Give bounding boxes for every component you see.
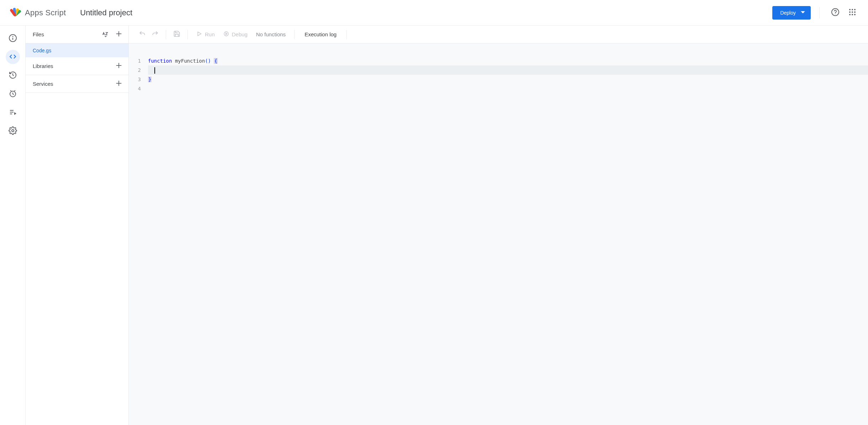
apps-menu-button[interactable] bbox=[845, 6, 859, 20]
deploy-button[interactable]: Deploy bbox=[772, 6, 811, 20]
rail-history[interactable] bbox=[6, 68, 20, 83]
redo-button[interactable] bbox=[149, 28, 162, 41]
run-button[interactable]: Run bbox=[192, 28, 219, 41]
run-button-label: Run bbox=[205, 31, 215, 37]
svg-point-14 bbox=[852, 14, 853, 15]
apps-grid-icon bbox=[848, 8, 857, 17]
undo-icon bbox=[139, 30, 146, 38]
svg-point-8 bbox=[852, 9, 853, 10]
redo-icon bbox=[152, 30, 159, 38]
files-section-header: Files bbox=[26, 26, 128, 43]
svg-point-10 bbox=[849, 11, 851, 13]
libraries-label: Libraries bbox=[33, 63, 112, 69]
product-name: Apps Script bbox=[25, 8, 66, 17]
history-icon bbox=[9, 71, 17, 80]
svg-point-18 bbox=[12, 36, 13, 37]
debug-button-label: Debug bbox=[232, 31, 248, 37]
sort-az-icon bbox=[101, 30, 109, 39]
product-logo-wrap[interactable]: Apps Script bbox=[9, 6, 66, 20]
files-label: Files bbox=[33, 31, 99, 37]
text-cursor bbox=[154, 67, 155, 74]
svg-point-13 bbox=[849, 14, 851, 15]
divider bbox=[294, 30, 295, 39]
svg-point-4 bbox=[14, 14, 16, 16]
svg-point-15 bbox=[854, 14, 856, 15]
services-label: Services bbox=[33, 81, 112, 87]
file-item-label: Code.gs bbox=[33, 48, 51, 53]
rail-triggers[interactable] bbox=[6, 87, 20, 101]
file-item-code-gs[interactable]: Code.gs bbox=[26, 43, 128, 57]
caret-down-icon bbox=[801, 10, 805, 16]
rail-overview[interactable] bbox=[6, 31, 20, 46]
help-icon bbox=[831, 8, 840, 17]
add-file-button[interactable] bbox=[112, 28, 126, 41]
deploy-button-label: Deploy bbox=[780, 10, 796, 16]
svg-line-21 bbox=[14, 90, 15, 91]
services-section-header: Services bbox=[26, 75, 128, 93]
save-icon bbox=[173, 30, 180, 38]
svg-point-9 bbox=[854, 9, 856, 10]
code-icon bbox=[9, 52, 17, 62]
libraries-section-header: Libraries bbox=[26, 57, 128, 75]
svg-point-5 bbox=[832, 9, 839, 16]
files-sidebar: Files Code.gs Libraries bbox=[26, 26, 129, 425]
execution-log-button[interactable]: Execution log bbox=[299, 31, 342, 37]
debug-button[interactable]: Debug bbox=[219, 28, 252, 41]
svg-marker-25 bbox=[14, 112, 16, 115]
svg-marker-33 bbox=[198, 32, 201, 36]
divider bbox=[166, 30, 166, 39]
svg-marker-35 bbox=[226, 33, 227, 35]
gear-icon bbox=[9, 126, 17, 136]
play-icon bbox=[196, 31, 202, 38]
code-editor[interactable]: 1234 function myFunction() { } bbox=[129, 43, 868, 425]
svg-point-7 bbox=[849, 9, 851, 10]
code-line[interactable] bbox=[148, 65, 868, 75]
apps-script-logo-icon bbox=[9, 6, 21, 20]
clock-icon bbox=[9, 89, 17, 99]
svg-point-11 bbox=[852, 11, 853, 13]
add-service-button[interactable] bbox=[112, 77, 126, 91]
divider bbox=[819, 7, 820, 19]
rail-executions[interactable] bbox=[6, 105, 20, 120]
help-button[interactable] bbox=[828, 6, 842, 20]
code-line[interactable]: function myFunction() { bbox=[148, 56, 868, 65]
editor-toolbar: Run Debug No functions Execution log bbox=[129, 26, 868, 43]
rail-settings[interactable] bbox=[6, 124, 20, 138]
function-selector[interactable]: No functions bbox=[252, 31, 290, 37]
svg-point-12 bbox=[854, 11, 856, 13]
main-area: Run Debug No functions Execution log 123… bbox=[129, 26, 868, 425]
svg-point-26 bbox=[12, 130, 14, 132]
line-gutter: 1234 bbox=[129, 56, 148, 425]
executions-icon bbox=[9, 108, 17, 117]
debug-icon bbox=[223, 31, 229, 38]
add-library-button[interactable] bbox=[112, 59, 126, 73]
plus-icon bbox=[115, 79, 123, 88]
app-header: Apps Script Untitled project Deploy bbox=[0, 0, 868, 26]
undo-button[interactable] bbox=[136, 28, 149, 41]
divider bbox=[187, 30, 188, 39]
plus-icon bbox=[115, 62, 123, 70]
info-icon bbox=[9, 34, 17, 43]
sort-files-button[interactable] bbox=[99, 28, 112, 41]
rail-editor[interactable] bbox=[6, 50, 20, 64]
code-line[interactable] bbox=[148, 84, 868, 93]
project-title[interactable]: Untitled project bbox=[80, 8, 132, 17]
plus-icon bbox=[115, 30, 123, 39]
code-content[interactable]: function myFunction() { } bbox=[148, 56, 868, 425]
left-rail bbox=[0, 26, 26, 425]
svg-point-6 bbox=[835, 14, 836, 15]
svg-point-34 bbox=[224, 32, 228, 36]
divider bbox=[346, 30, 347, 39]
svg-line-20 bbox=[10, 90, 11, 91]
code-line[interactable]: } bbox=[148, 75, 868, 84]
save-button[interactable] bbox=[170, 28, 183, 41]
